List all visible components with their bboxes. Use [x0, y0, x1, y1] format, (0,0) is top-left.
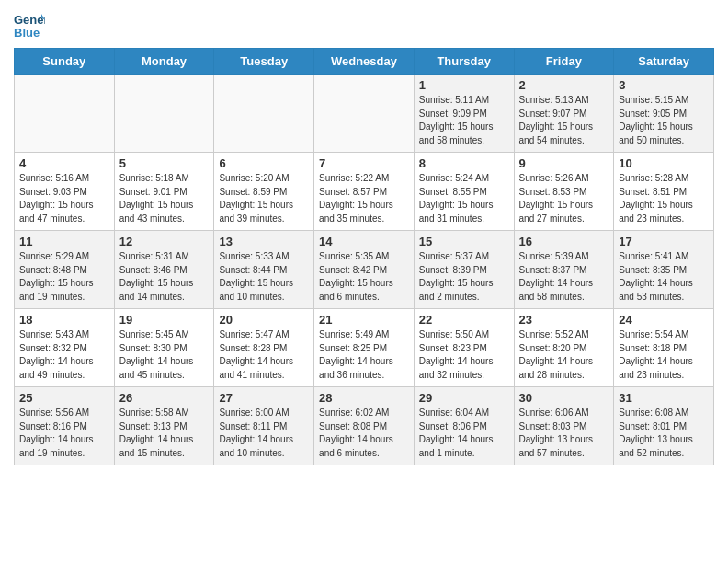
- calendar-week-row: 25Sunrise: 5:56 AM Sunset: 8:16 PM Dayli…: [15, 387, 714, 465]
- calendar-cell: 9Sunrise: 5:26 AM Sunset: 8:53 PM Daylig…: [514, 153, 614, 231]
- calendar-week-row: 11Sunrise: 5:29 AM Sunset: 8:48 PM Dayli…: [15, 231, 714, 309]
- calendar-cell: 3Sunrise: 5:15 AM Sunset: 9:05 PM Daylig…: [614, 75, 714, 153]
- col-header-wednesday: Wednesday: [314, 49, 415, 75]
- day-info: Sunrise: 5:22 AM Sunset: 8:57 PM Dayligh…: [319, 172, 409, 225]
- calendar-cell: [114, 75, 214, 153]
- calendar-cell: 25Sunrise: 5:56 AM Sunset: 8:16 PM Dayli…: [15, 387, 115, 465]
- svg-text:General: General: [14, 13, 45, 27]
- day-number: 26: [119, 391, 210, 405]
- calendar-cell: 12Sunrise: 5:31 AM Sunset: 8:46 PM Dayli…: [114, 231, 214, 309]
- day-number: 27: [219, 391, 309, 405]
- day-number: 12: [119, 235, 210, 248]
- day-number: 6: [219, 156, 309, 170]
- day-info: Sunrise: 5:39 AM Sunset: 8:37 PM Dayligh…: [519, 250, 609, 304]
- day-number: 7: [319, 156, 409, 170]
- calendar-cell: 23Sunrise: 5:52 AM Sunset: 8:20 PM Dayli…: [514, 309, 614, 387]
- day-info: Sunrise: 5:47 AM Sunset: 8:28 PM Dayligh…: [219, 328, 309, 382]
- day-number: 19: [119, 313, 210, 327]
- calendar-table: SundayMondayTuesdayWednesdayThursdayFrid…: [14, 48, 714, 465]
- day-info: Sunrise: 5:52 AM Sunset: 8:20 PM Dayligh…: [519, 328, 609, 382]
- day-number: 24: [619, 313, 709, 327]
- calendar-cell: 29Sunrise: 6:04 AM Sunset: 8:06 PM Dayli…: [414, 387, 514, 465]
- calendar-cell: 31Sunrise: 6:08 AM Sunset: 8:01 PM Dayli…: [614, 387, 714, 465]
- calendar-cell: 13Sunrise: 5:33 AM Sunset: 8:44 PM Dayli…: [214, 231, 314, 309]
- day-number: 29: [419, 391, 509, 405]
- calendar-cell: 7Sunrise: 5:22 AM Sunset: 8:57 PM Daylig…: [314, 153, 415, 231]
- col-header-thursday: Thursday: [414, 49, 514, 75]
- col-header-saturday: Saturday: [614, 49, 714, 75]
- day-info: Sunrise: 5:24 AM Sunset: 8:55 PM Dayligh…: [419, 172, 509, 225]
- calendar-cell: 20Sunrise: 5:47 AM Sunset: 8:28 PM Dayli…: [214, 309, 314, 387]
- day-info: Sunrise: 5:18 AM Sunset: 9:01 PM Dayligh…: [119, 172, 210, 225]
- day-info: Sunrise: 5:28 AM Sunset: 8:51 PM Dayligh…: [619, 172, 709, 225]
- calendar-cell: 19Sunrise: 5:45 AM Sunset: 8:30 PM Dayli…: [114, 309, 214, 387]
- day-number: 22: [419, 313, 509, 327]
- day-info: Sunrise: 5:11 AM Sunset: 9:09 PM Dayligh…: [419, 94, 509, 147]
- day-info: Sunrise: 6:04 AM Sunset: 8:06 PM Dayligh…: [419, 407, 509, 460]
- calendar-week-row: 1Sunrise: 5:11 AM Sunset: 9:09 PM Daylig…: [15, 75, 714, 153]
- col-header-sunday: Sunday: [15, 49, 115, 75]
- day-info: Sunrise: 5:43 AM Sunset: 8:32 PM Dayligh…: [19, 328, 109, 382]
- day-info: Sunrise: 5:13 AM Sunset: 9:07 PM Dayligh…: [519, 94, 609, 147]
- calendar-cell: 15Sunrise: 5:37 AM Sunset: 8:39 PM Dayli…: [414, 231, 514, 309]
- day-info: Sunrise: 5:37 AM Sunset: 8:39 PM Dayligh…: [419, 250, 509, 304]
- day-info: Sunrise: 5:49 AM Sunset: 8:25 PM Dayligh…: [319, 328, 409, 382]
- calendar-cell: [214, 75, 314, 153]
- calendar-header-row: SundayMondayTuesdayWednesdayThursdayFrid…: [15, 49, 714, 75]
- calendar-cell: 22Sunrise: 5:50 AM Sunset: 8:23 PM Dayli…: [414, 309, 514, 387]
- calendar-cell: 6Sunrise: 5:20 AM Sunset: 8:59 PM Daylig…: [214, 153, 314, 231]
- day-number: 11: [19, 235, 109, 248]
- day-number: 28: [319, 391, 409, 405]
- calendar-cell: 2Sunrise: 5:13 AM Sunset: 9:07 PM Daylig…: [514, 75, 614, 153]
- day-info: Sunrise: 5:56 AM Sunset: 8:16 PM Dayligh…: [19, 407, 109, 460]
- day-info: Sunrise: 5:26 AM Sunset: 8:53 PM Dayligh…: [519, 172, 609, 225]
- calendar-cell: 21Sunrise: 5:49 AM Sunset: 8:25 PM Dayli…: [314, 309, 415, 387]
- day-number: 20: [219, 313, 309, 327]
- calendar-cell: [15, 75, 115, 153]
- day-info: Sunrise: 5:33 AM Sunset: 8:44 PM Dayligh…: [219, 250, 309, 304]
- calendar-cell: 1Sunrise: 5:11 AM Sunset: 9:09 PM Daylig…: [414, 75, 514, 153]
- day-number: 15: [419, 235, 509, 248]
- calendar-week-row: 4Sunrise: 5:16 AM Sunset: 9:03 PM Daylig…: [15, 153, 714, 231]
- day-number: 21: [319, 313, 409, 327]
- day-number: 14: [319, 235, 409, 248]
- calendar-cell: 30Sunrise: 6:06 AM Sunset: 8:03 PM Dayli…: [514, 387, 614, 465]
- day-number: 18: [19, 313, 109, 327]
- day-info: Sunrise: 5:58 AM Sunset: 8:13 PM Dayligh…: [119, 407, 210, 460]
- day-info: Sunrise: 5:35 AM Sunset: 8:42 PM Dayligh…: [319, 250, 409, 304]
- calendar-cell: 8Sunrise: 5:24 AM Sunset: 8:55 PM Daylig…: [414, 153, 514, 231]
- page-container: General Blue SundayMondayTuesdayWednesda…: [0, 0, 728, 479]
- calendar-week-row: 18Sunrise: 5:43 AM Sunset: 8:32 PM Dayli…: [15, 309, 714, 387]
- day-info: Sunrise: 5:41 AM Sunset: 8:35 PM Dayligh…: [619, 250, 709, 304]
- day-number: 2: [519, 78, 609, 92]
- day-number: 3: [619, 78, 709, 92]
- day-number: 8: [419, 156, 509, 170]
- col-header-tuesday: Tuesday: [214, 49, 314, 75]
- day-number: 10: [619, 156, 709, 170]
- day-info: Sunrise: 5:20 AM Sunset: 8:59 PM Dayligh…: [219, 172, 309, 225]
- calendar-cell: 16Sunrise: 5:39 AM Sunset: 8:37 PM Dayli…: [514, 231, 614, 309]
- day-number: 9: [519, 156, 609, 170]
- svg-text:Blue: Blue: [14, 26, 40, 40]
- calendar-cell: 26Sunrise: 5:58 AM Sunset: 8:13 PM Dayli…: [114, 387, 214, 465]
- col-header-monday: Monday: [114, 49, 214, 75]
- calendar-cell: [314, 75, 415, 153]
- col-header-friday: Friday: [514, 49, 614, 75]
- day-info: Sunrise: 6:02 AM Sunset: 8:08 PM Dayligh…: [319, 407, 409, 460]
- day-info: Sunrise: 6:08 AM Sunset: 8:01 PM Dayligh…: [619, 407, 709, 460]
- calendar-cell: 11Sunrise: 5:29 AM Sunset: 8:48 PM Dayli…: [15, 231, 115, 309]
- calendar-cell: 14Sunrise: 5:35 AM Sunset: 8:42 PM Dayli…: [314, 231, 415, 309]
- calendar-cell: 24Sunrise: 5:54 AM Sunset: 8:18 PM Dayli…: [614, 309, 714, 387]
- day-info: Sunrise: 5:31 AM Sunset: 8:46 PM Dayligh…: [119, 250, 210, 304]
- day-number: 30: [519, 391, 609, 405]
- header: General Blue: [14, 9, 714, 40]
- day-number: 1: [419, 78, 509, 92]
- day-info: Sunrise: 5:50 AM Sunset: 8:23 PM Dayligh…: [419, 328, 509, 382]
- day-number: 23: [519, 313, 609, 327]
- logo-icon: General Blue: [14, 9, 45, 40]
- day-info: Sunrise: 5:29 AM Sunset: 8:48 PM Dayligh…: [19, 250, 109, 304]
- day-number: 4: [19, 156, 109, 170]
- day-info: Sunrise: 6:06 AM Sunset: 8:03 PM Dayligh…: [519, 407, 609, 460]
- calendar-cell: 10Sunrise: 5:28 AM Sunset: 8:51 PM Dayli…: [614, 153, 714, 231]
- calendar-cell: 5Sunrise: 5:18 AM Sunset: 9:01 PM Daylig…: [114, 153, 214, 231]
